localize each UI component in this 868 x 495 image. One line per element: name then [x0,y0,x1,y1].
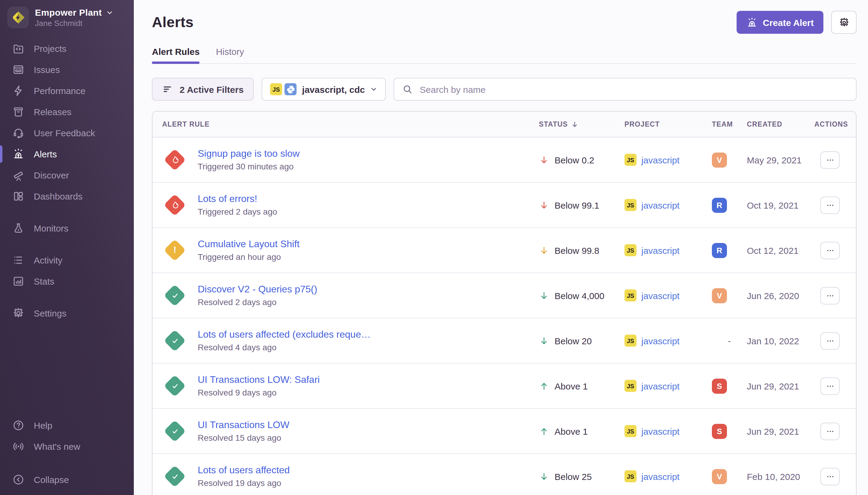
page-title: Alerts [152,14,193,31]
severity-diamond [163,329,186,352]
chevron-down-icon [370,86,378,93]
column-header-label: TEAM [712,121,733,128]
search-input[interactable] [420,84,848,95]
created-date: Oct 19, 2021 [747,200,814,210]
table-row[interactable]: UI Transactions LOW: Safari Resolved 9 d… [153,363,856,409]
row-actions-button[interactable] [820,422,840,440]
row-actions-button[interactable] [820,241,840,259]
exclamation-icon: ! [163,239,186,262]
sidebar-item-alerts[interactable]: Alerts [0,143,134,165]
active-filters-button[interactable]: 2 Active Filters [152,78,254,101]
alert-rule-subtitle: Resolved 2 days ago [198,297,317,307]
alert-rule-subtitle: Triggered 30 minutes ago [198,161,299,171]
project-link[interactable]: javascript [641,471,680,481]
table-row[interactable]: UI Transactions LOW Resolved 15 days ago… [153,409,856,454]
team-cell: - [712,333,747,348]
sidebar-item-releases[interactable]: Releases [0,101,134,122]
project-link[interactable]: javascript [641,381,680,391]
sidebar-item-issues[interactable]: Issues [0,59,134,80]
column-header-label: STATUS [539,121,568,128]
js-platform-badge: JS [624,289,637,302]
alert-rule-link[interactable]: Lots of errors! [198,193,277,204]
table-row[interactable]: ! Cumulative Layout Shift Triggered an h… [153,228,856,273]
alert-rule-link[interactable]: Lots of users affected (excludes reque… [198,329,371,340]
sidebar-item-what-s-new[interactable]: What's new [0,436,134,457]
severity-diamond [163,148,186,171]
team-cell: S [712,378,747,393]
create-alert-button[interactable]: Create Alert [736,11,823,34]
table-row[interactable]: Lots of users affected Resolved 19 days … [153,454,856,495]
active-filters-label: 2 Active Filters [180,84,244,95]
sidebar-item-activity[interactable]: Activity [0,250,134,271]
status-value: Below 0.2 [555,155,594,165]
project-link[interactable]: javascript [641,426,680,436]
table-row[interactable]: Lots of users affected (excludes reque… … [153,318,856,363]
status-value: Below 99.1 [555,200,599,210]
project-link[interactable]: javascript [641,245,680,255]
sidebar-item-help[interactable]: Help [0,415,134,436]
sidebar-item-label: Releases [34,107,71,117]
project-link[interactable]: javascript [641,155,680,165]
collapse-icon [12,473,25,486]
trend-up-icon [539,426,549,436]
sidebar-item-discover[interactable]: Discover [0,165,134,186]
team-avatar: S [712,424,727,439]
sidebar-item-monitors[interactable]: Monitors [0,218,134,239]
row-actions-button[interactable] [820,287,840,304]
project-selector-value: javascript, cdc [302,84,365,95]
alert-rule-link[interactable]: Signup page is too slow [198,148,299,159]
team-cell: R [712,198,747,212]
sidebar-item-user-feedback[interactable]: User Feedback [0,122,134,143]
column-header-status[interactable]: STATUS [539,120,624,128]
status-cell: Above 1 [539,381,624,391]
alert-rules-table: ALERT RULESTATUSPROJECTTEAMCREATEDACTION… [152,111,856,495]
project-selector[interactable]: JS javascript, cdc [262,78,386,101]
sidebar-item-collapse[interactable]: Collapse [0,469,134,490]
trend-down-icon [539,336,549,346]
trend-down-icon [539,155,549,165]
search-icon [402,84,413,95]
row-actions-button[interactable] [820,467,840,485]
alert-rule-link[interactable]: UI Transactions LOW: Safari [198,374,320,385]
projects-icon [12,42,25,55]
tab-history[interactable]: History [216,47,244,63]
status-cell: Below 20 [539,336,624,346]
js-platform-badge: JS [624,380,637,392]
main-content: Alerts Create Alert Alert Rules History … [134,0,868,495]
sidebar-item-projects[interactable]: Projects [0,38,134,59]
row-actions-button[interactable] [820,377,840,395]
alert-rule-link[interactable]: Lots of users affected [198,465,290,476]
row-actions-button[interactable] [820,151,840,169]
alert-rule-link[interactable]: Cumulative Layout Shift [198,239,299,250]
project-link[interactable]: javascript [641,290,680,301]
sidebar-item-settings[interactable]: Settings [0,303,134,324]
project-link[interactable]: javascript [641,336,680,346]
sidebar-item-performance[interactable]: Performance [0,80,134,101]
row-actions-button[interactable] [820,332,840,349]
check-icon [163,329,186,352]
sidebar-item-label: User Feedback [34,128,95,138]
table-row[interactable]: Discover V2 - Queries p75() Resolved 2 d… [153,273,856,318]
alert-rule-subtitle: Resolved 4 days ago [198,342,371,352]
severity-diamond: ! [163,239,186,262]
sidebar-item-stats[interactable]: Stats [0,271,134,292]
team-cell: S [712,424,747,439]
create-alert-label: Create Alert [763,17,814,28]
trend-down-icon [539,290,549,301]
team-cell: V [712,152,747,167]
table-row[interactable]: Lots of errors! Triggered 2 days ago Bel… [153,183,856,228]
sentry-alerts-page: Empower Plant Jane Schmidt ProjectsIssue… [0,0,868,495]
flame-icon [163,148,186,171]
project-cell: JS javascript [624,380,712,392]
sidebar-item-dashboards[interactable]: Dashboards [0,186,134,207]
table-row[interactable]: Signup page is too slow Triggered 30 min… [153,137,856,183]
alert-rule-link[interactable]: UI Transactions LOW [198,420,289,430]
search-box[interactable] [394,78,856,101]
alert-rule-link[interactable]: Discover V2 - Queries p75() [198,284,317,295]
org-switcher[interactable]: Empower Plant Jane Schmidt [7,7,125,28]
settings-gear-button[interactable] [831,11,856,34]
tab-alert-rules[interactable]: Alert Rules [152,47,199,63]
monitors-icon [12,222,25,235]
row-actions-button[interactable] [820,196,840,214]
project-link[interactable]: javascript [641,200,680,210]
